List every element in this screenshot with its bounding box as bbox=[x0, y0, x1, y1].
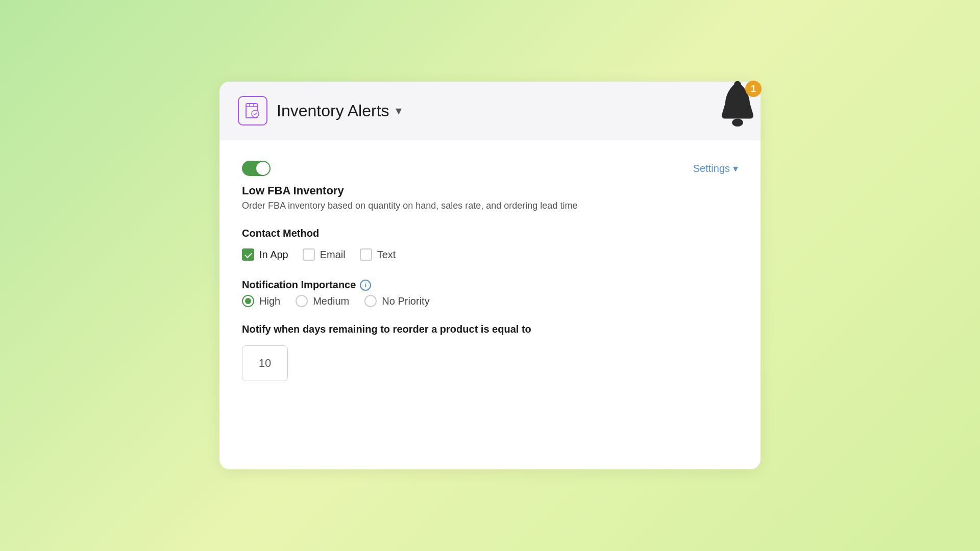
settings-button[interactable]: Settings ▾ bbox=[693, 162, 738, 174]
no-priority-label: No Priority bbox=[382, 295, 429, 307]
no-priority-radio[interactable] bbox=[364, 295, 377, 307]
title-chevron-icon: ▾ bbox=[396, 104, 402, 118]
toggle-settings-row: Settings ▾ bbox=[242, 161, 738, 176]
importance-radio-row: High Medium No Priority bbox=[242, 295, 738, 307]
text-checkbox[interactable] bbox=[360, 248, 372, 261]
bell-notification[interactable]: 1 bbox=[709, 77, 766, 135]
medium-radio[interactable] bbox=[296, 295, 308, 307]
main-card: 1 Inventory Alerts ▾ Setti bbox=[219, 82, 761, 469]
alert-description: Order FBA inventory based on quantity on… bbox=[242, 201, 738, 211]
card-body: Settings ▾ Low FBA Inventory Order FBA i… bbox=[219, 140, 761, 402]
email-label: Email bbox=[320, 249, 346, 261]
contact-text[interactable]: Text bbox=[360, 248, 396, 261]
importance-no-priority[interactable]: No Priority bbox=[364, 295, 429, 307]
alert-title: Low FBA Inventory bbox=[242, 184, 738, 197]
contact-method-row: In App Email Text bbox=[242, 248, 738, 261]
bell-badge: 1 bbox=[745, 81, 762, 97]
settings-chevron-icon: ▾ bbox=[733, 162, 738, 174]
text-label: Text bbox=[377, 249, 396, 261]
contact-email[interactable]: Email bbox=[303, 248, 346, 261]
svg-point-1 bbox=[732, 119, 743, 127]
contact-method-label: Contact Method bbox=[242, 228, 738, 239]
svg-rect-0 bbox=[722, 113, 753, 119]
header-title[interactable]: Inventory Alerts ▾ bbox=[277, 102, 402, 120]
info-icon[interactable]: i bbox=[360, 280, 371, 291]
high-radio[interactable] bbox=[242, 295, 254, 307]
high-label: High bbox=[259, 295, 280, 307]
importance-medium[interactable]: Medium bbox=[296, 295, 349, 307]
toggle-knob bbox=[256, 162, 270, 175]
importance-label-row: Notification Importance i bbox=[242, 279, 738, 291]
in-app-label: In App bbox=[259, 249, 288, 261]
card-header: Inventory Alerts ▾ bbox=[219, 82, 761, 140]
days-input[interactable]: 10 bbox=[242, 345, 288, 381]
importance-high[interactable]: High bbox=[242, 295, 280, 307]
importance-label: Notification Importance bbox=[242, 279, 356, 291]
reorder-label: Notify when days remaining to reorder a … bbox=[242, 323, 738, 335]
email-checkbox[interactable] bbox=[303, 248, 315, 261]
in-app-checkbox[interactable] bbox=[242, 248, 254, 261]
settings-label: Settings bbox=[693, 163, 730, 174]
enable-toggle[interactable] bbox=[242, 161, 271, 176]
svg-rect-2 bbox=[734, 81, 741, 87]
header-icon bbox=[238, 96, 267, 126]
title-text: Inventory Alerts bbox=[277, 102, 389, 120]
medium-label: Medium bbox=[313, 295, 349, 307]
contact-in-app[interactable]: In App bbox=[242, 248, 288, 261]
